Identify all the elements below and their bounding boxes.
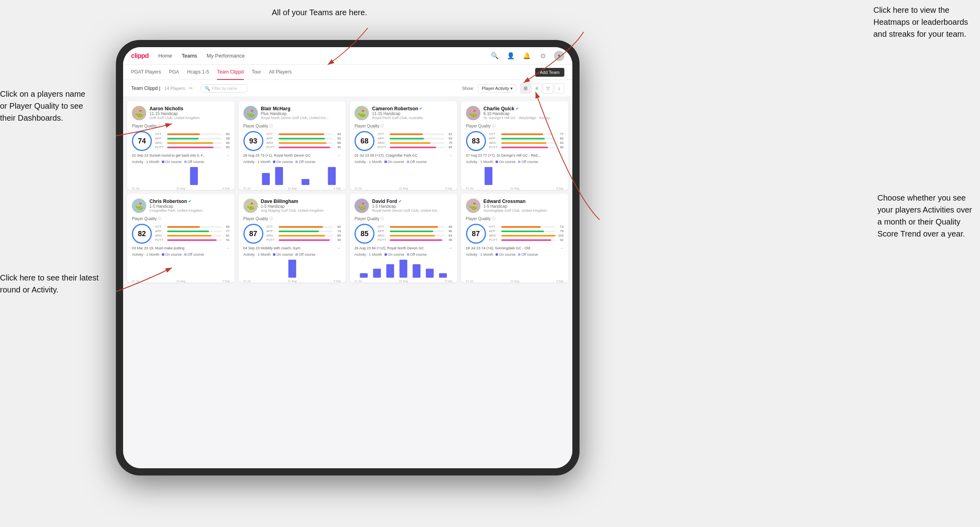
latest-round-arrow[interactable]: → <box>560 246 564 250</box>
search-box[interactable]: 🔍 Filter by name <box>200 84 248 93</box>
player-name[interactable]: Aaron Nicholls <box>149 106 230 111</box>
legend-off-course <box>407 253 409 256</box>
stat-value: 60 <box>223 225 230 229</box>
stat-label: ARG <box>378 141 388 145</box>
player-name[interactable]: David Ford✔ <box>372 199 452 204</box>
stat-bar-bg <box>167 138 222 139</box>
date-label-3: 4 Sep <box>334 280 341 282</box>
user-icon[interactable]: 👤 <box>506 51 516 61</box>
stat-row: OTT 60 <box>155 132 230 136</box>
filter-btn[interactable]: ▽ <box>543 83 553 93</box>
player-card[interactable]: ⛳ Blair McHarg Plus Handicap Royal North… <box>239 101 346 190</box>
stat-bar-fill <box>501 235 556 237</box>
subnav-tour[interactable]: Tour <box>252 65 261 80</box>
player-card[interactable]: ⛳ Aaron Nicholls 11-15 Handicap Drift Go… <box>127 101 235 190</box>
mini-chart: 31 Jul 21 Aug 4 Sep <box>355 165 452 185</box>
latest-round[interactable]: 03 Mar 23 19, Must make putting → <box>132 246 230 250</box>
quality-circle[interactable]: 83 <box>466 131 486 151</box>
player-name[interactable]: Cameron Robertson✔ <box>372 106 452 111</box>
stats-grid: OTT 82 APP 74 ARG 85 PUTT 94 <box>267 225 341 243</box>
quality-circle[interactable]: 68 <box>355 131 374 151</box>
player-club: Royal North Devon Golf Club, United Kin.… <box>261 116 341 120</box>
subnav-hcaps[interactable]: Hcaps 1-5 <box>187 65 209 80</box>
quality-label: Player Quality ⓘ <box>355 123 452 129</box>
latest-round-arrow[interactable]: → <box>226 246 230 250</box>
latest-round[interactable]: 26 Aug 23 84 (+12), Royal North Devon GC… <box>355 246 452 250</box>
svg-rect-10 <box>399 260 407 278</box>
player-name[interactable]: Blair McHarg <box>261 106 341 111</box>
player-name[interactable]: Charlie Quick✔ <box>484 106 564 111</box>
sub-nav: PGAT Players PGA Hcaps 1-5 Team Clippd T… <box>123 65 572 80</box>
player-name[interactable]: Dave Billingham <box>261 199 341 204</box>
latest-round[interactable]: 02 Sep 23 Sunset round to get back into … <box>132 153 230 157</box>
date-label-1: 31 Jul <box>466 280 474 282</box>
stat-bar-fill <box>501 147 548 148</box>
mini-chart: 31 Jul 21 Aug 4 Sep <box>355 258 452 278</box>
add-team-button[interactable]: Add Team <box>535 68 564 77</box>
search-icon[interactable]: 🔍 <box>490 51 500 61</box>
latest-round-arrow[interactable]: → <box>560 153 564 157</box>
player-card[interactable]: ⛳ David Ford✔ 1-5 Handicap Royal North D… <box>350 194 457 282</box>
player-card[interactable]: ⛳ Edward Crossman 1-5 Handicap Sunningda… <box>461 194 569 282</box>
latest-round-arrow[interactable]: → <box>337 153 341 157</box>
bell-icon[interactable]: 🔔 <box>522 51 532 61</box>
chart-dates: 31 Jul 21 Aug 4 Sep <box>243 280 341 282</box>
latest-round[interactable]: 18 Jul 23 74 (+4), Sunningdale GC - Old … <box>466 246 564 250</box>
subnav-pgat[interactable]: PGAT Players <box>131 65 161 80</box>
quality-row: 93 OTT 84 APP 85 ARG 88 PUTT 95 <box>243 131 341 151</box>
subnav-all-players[interactable]: All Players <box>269 65 292 80</box>
latest-round[interactable]: 02 Jul 23 59 (+17), Craigmillar Park GC … <box>355 153 452 157</box>
avatar[interactable]: ▾ <box>554 51 564 61</box>
player-hcap: Plus Handicap <box>261 111 341 116</box>
latest-round[interactable]: 04 Sep 23 Mobility with coach, Gym → <box>243 246 341 250</box>
grid-view-btn[interactable]: ⊞ <box>520 83 531 93</box>
date-label-3: 4 Sep <box>222 280 229 282</box>
quality-circle[interactable]: 82 <box>132 224 152 244</box>
stat-value: 103 <box>557 234 564 237</box>
subnav-pga[interactable]: PGA <box>169 65 179 80</box>
stat-row: OTT 77 <box>489 132 564 136</box>
latest-round-arrow[interactable]: → <box>448 153 452 157</box>
stat-row: PUTT 86 <box>489 145 564 149</box>
chart-dates: 31 Jul 21 Aug 4 Sep <box>132 187 230 190</box>
date-label-3: 4 Sep <box>445 187 452 190</box>
sort-btn[interactable]: ↕ <box>554 83 564 93</box>
player-card[interactable]: ⛳ Dave Billingham 1-5 Handicap Sog Magin… <box>239 194 346 282</box>
player-card[interactable]: ⛳ Charlie Quick✔ 6-10 Handicap St. Georg… <box>461 101 569 190</box>
latest-round-text: 02 Sep 23 Sunset round to get back into … <box>132 153 206 157</box>
latest-round-arrow[interactable]: → <box>448 246 452 250</box>
player-card[interactable]: ⛳ Chris Robertson✔ 1-5 Handicap Craigmil… <box>127 194 235 282</box>
latest-round[interactable]: 26 Aug 23 73 (+1), Royal North Devon GC … <box>243 153 341 157</box>
nav-item-teams[interactable]: Teams <box>182 53 197 59</box>
player-club: Royal Perth Golf Club, Australia <box>372 116 452 120</box>
quality-circle[interactable]: 93 <box>243 131 263 151</box>
help-icon[interactable]: ⊙ <box>538 51 548 61</box>
list-view-btn[interactable]: ≡ <box>532 83 542 93</box>
stat-value: 94 <box>335 238 341 242</box>
stat-label: APP <box>378 229 388 233</box>
date-label-1: 31 Jul <box>355 187 362 190</box>
quality-circle[interactable]: 85 <box>355 224 374 244</box>
latest-round-arrow[interactable]: → <box>226 153 230 157</box>
mini-chart: 31 Jul 21 Aug 4 Sep <box>243 165 341 185</box>
player-name[interactable]: Chris Robertson✔ <box>149 199 230 204</box>
stat-bar-bg <box>390 133 444 135</box>
quality-row: 83 OTT 77 APP 80 ARG 83 PUTT 86 <box>466 131 564 151</box>
quality-label: Player Quality ⓘ <box>132 216 230 221</box>
latest-round[interactable]: 07 Aug 23 77 (+7), St George's Hill GC -… <box>466 153 564 157</box>
player-name[interactable]: Edward Crossman <box>484 199 564 204</box>
nav-item-performance[interactable]: My Performance <box>207 53 245 59</box>
show-select[interactable]: Player Activity ▾ <box>478 84 516 93</box>
nav-item-home[interactable]: Home <box>158 53 172 59</box>
quality-circle[interactable]: 87 <box>466 224 486 244</box>
stat-bar-bg <box>390 226 444 228</box>
subnav-team-clippd[interactable]: Team Clippd <box>217 65 244 80</box>
quality-circle[interactable]: 74 <box>132 131 152 151</box>
nav-logo[interactable]: clippd <box>131 52 149 60</box>
latest-round-arrow[interactable]: → <box>337 246 341 250</box>
date-label-2: 21 Aug <box>288 187 297 190</box>
player-card[interactable]: ⛳ Cameron Robertson✔ 11-15 Handicap Roya… <box>350 101 457 190</box>
quality-circle[interactable]: 87 <box>243 224 263 244</box>
stat-bar-bg <box>501 133 556 135</box>
edit-icon[interactable]: ✏ <box>189 86 193 91</box>
